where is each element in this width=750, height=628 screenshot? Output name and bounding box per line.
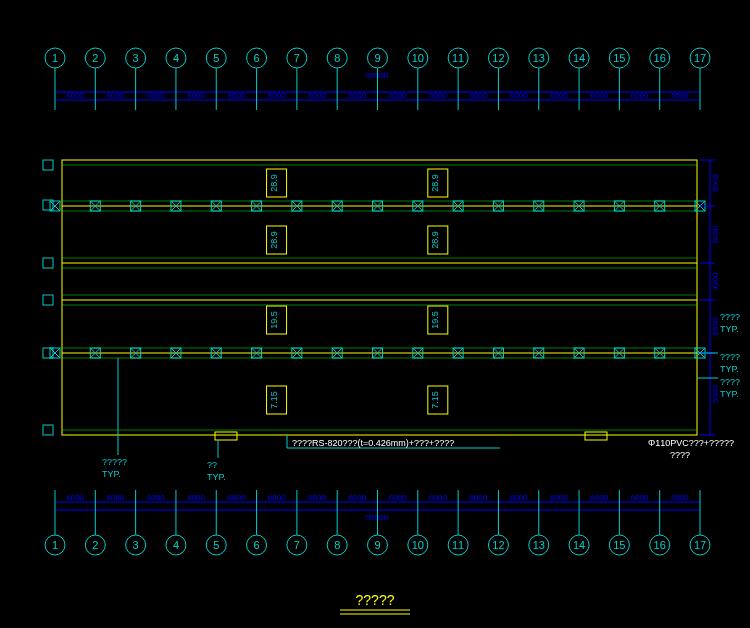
svg-text:7.15: 7.15: [269, 391, 279, 409]
svg-text:5500: 5500: [671, 91, 689, 100]
svg-text:28.9: 28.9: [430, 231, 440, 249]
svg-text:7: 7: [294, 52, 300, 64]
svg-text:5: 5: [213, 52, 219, 64]
svg-text:6000: 6000: [66, 493, 84, 502]
svg-text:12: 12: [492, 539, 504, 551]
svg-text:??: ??: [207, 460, 217, 470]
svg-text:17: 17: [694, 52, 706, 64]
svg-text:TYP.: TYP.: [102, 469, 121, 479]
svg-text:6000: 6000: [107, 91, 125, 100]
svg-text:6000: 6000: [389, 493, 407, 502]
svg-text:6000: 6000: [550, 493, 568, 502]
svg-rect-202: [215, 432, 237, 440]
svg-text:13: 13: [533, 52, 545, 64]
svg-text:3: 3: [133, 539, 139, 551]
svg-text:6000: 6000: [147, 91, 165, 100]
svg-text:6000: 6000: [228, 493, 246, 502]
svg-text:6000: 6000: [631, 91, 649, 100]
svg-text:6: 6: [254, 539, 260, 551]
svg-text:6000: 6000: [711, 385, 720, 403]
spec-note: ????RS-820???(t=0.426mm)+???+????: [292, 438, 454, 448]
svg-rect-224: [43, 160, 53, 170]
svg-text:6000: 6000: [268, 91, 286, 100]
svg-text:????: ????: [720, 352, 740, 362]
svg-text:6000: 6000: [711, 225, 720, 243]
svg-text:6000: 6000: [187, 91, 205, 100]
svg-text:6000: 6000: [107, 493, 125, 502]
svg-text:3: 3: [133, 52, 139, 64]
pvc-note: Φ110PVC???+?????: [648, 438, 734, 448]
svg-text:17: 17: [694, 539, 706, 551]
svg-text:9: 9: [374, 52, 380, 64]
svg-text:?????: ?????: [102, 457, 127, 467]
svg-text:6000: 6000: [147, 493, 165, 502]
svg-text:6000: 6000: [348, 493, 366, 502]
svg-text:7: 7: [294, 539, 300, 551]
svg-text:16: 16: [654, 52, 666, 64]
svg-text:6000: 6000: [308, 91, 326, 100]
svg-text:2: 2: [92, 539, 98, 551]
svg-text:8: 8: [334, 52, 340, 64]
svg-text:4200: 4200: [711, 272, 720, 290]
svg-text:TYP.: TYP.: [720, 389, 739, 399]
svg-text:6000: 6000: [429, 91, 447, 100]
svg-text:6000: 6000: [590, 91, 608, 100]
svg-text:14: 14: [573, 539, 585, 551]
svg-text:TYP.: TYP.: [720, 324, 739, 334]
svg-text:7.15: 7.15: [430, 391, 440, 409]
svg-text:6000: 6000: [187, 493, 205, 502]
svg-rect-229: [43, 425, 53, 435]
svg-rect-203: [585, 432, 607, 440]
svg-text:6000: 6000: [469, 493, 487, 502]
svg-text:6000: 6000: [631, 493, 649, 502]
svg-text:5500: 5500: [671, 493, 689, 502]
svg-text:1: 1: [52, 539, 58, 551]
svg-text:6000: 6000: [66, 91, 84, 100]
svg-text:6000: 6000: [469, 91, 487, 100]
drawing-title: ?????: [356, 592, 395, 608]
svg-text:4: 4: [173, 52, 179, 64]
svg-text:8: 8: [334, 539, 340, 551]
svg-text:10: 10: [412, 539, 424, 551]
svg-text:15: 15: [613, 52, 625, 64]
svg-text:TYP.: TYP.: [207, 472, 226, 482]
svg-text:????: ????: [670, 450, 690, 460]
svg-text:12: 12: [492, 52, 504, 64]
svg-text:6000: 6000: [389, 91, 407, 100]
svg-text:11: 11: [452, 52, 464, 64]
svg-text:15: 15: [613, 539, 625, 551]
svg-text:6000: 6000: [308, 493, 326, 502]
svg-text:????: ????: [720, 377, 740, 387]
svg-text:6000: 6000: [711, 174, 720, 192]
svg-text:10: 10: [412, 52, 424, 64]
svg-text:2: 2: [92, 52, 98, 64]
svg-text:28.9: 28.9: [269, 174, 279, 192]
svg-text:4: 4: [173, 539, 179, 551]
svg-text:11: 11: [452, 539, 464, 551]
svg-text:6000: 6000: [268, 493, 286, 502]
svg-text:6000: 6000: [429, 493, 447, 502]
svg-text:TYP.: TYP.: [720, 364, 739, 374]
svg-text:6000: 6000: [590, 493, 608, 502]
svg-text:6000: 6000: [510, 91, 528, 100]
svg-text:28.9: 28.9: [430, 174, 440, 192]
svg-text:13: 13: [533, 539, 545, 551]
svg-text:28.9: 28.9: [269, 231, 279, 249]
svg-text:6500: 6500: [711, 317, 720, 335]
svg-text:5: 5: [213, 539, 219, 551]
svg-text:6000: 6000: [510, 493, 528, 502]
svg-text:6: 6: [254, 52, 260, 64]
svg-text:9: 9: [374, 539, 380, 551]
svg-text:19.5: 19.5: [430, 311, 440, 329]
cad-drawing: 95500 1600026000360004600056000660007600…: [0, 0, 750, 628]
svg-text:1: 1: [52, 52, 58, 64]
leaders: ????? TYP. ?? TYP. ????RS-820???(t=0.426…: [102, 358, 734, 482]
svg-rect-226: [43, 258, 53, 268]
svg-text:????: ????: [720, 312, 740, 322]
svg-text:19.5: 19.5: [269, 311, 279, 329]
svg-rect-227: [43, 295, 53, 305]
svg-text:14: 14: [573, 52, 585, 64]
svg-text:16: 16: [654, 539, 666, 551]
svg-text:6000: 6000: [228, 91, 246, 100]
svg-text:6000: 6000: [550, 91, 568, 100]
